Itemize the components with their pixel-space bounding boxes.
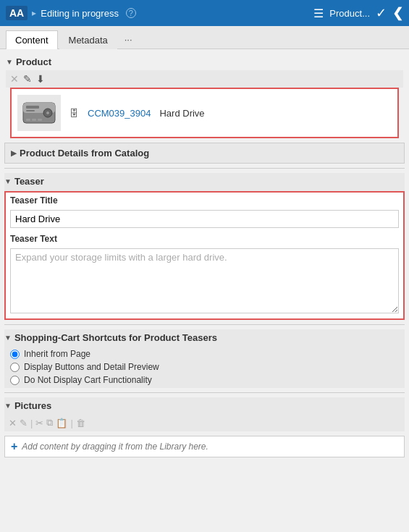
teaser-title-input[interactable] (10, 210, 399, 228)
product-details-title: Product Details from Catalog (20, 148, 149, 159)
product-details-header[interactable]: ▶ Product Details from Catalog (5, 143, 404, 163)
divider-1 (4, 168, 405, 169)
teaser-collapse-icon: ▼ (4, 177, 12, 185)
svg-rect-7 (32, 119, 36, 121)
pictures-section-title: Pictures (14, 400, 51, 411)
radio-inherit-label: Inherit from Page (24, 349, 90, 359)
tabs-bar: Content Metadata ··· (0, 26, 409, 49)
svg-rect-4 (26, 106, 39, 109)
header-right: ☰ Product... ✓ ❮ (313, 5, 403, 21)
radio-display[interactable]: Display Buttons and Detail Preview (10, 362, 399, 372)
svg-rect-8 (38, 119, 42, 121)
radio-group: Inherit from Page Display Buttons and De… (4, 346, 405, 388)
teaser-section: ▼ Teaser Teaser Title Teaser Text Expand… (4, 173, 405, 320)
pic-delete-icon: ✕ (9, 418, 17, 428)
help-icon[interactable]: ? (126, 8, 136, 18)
product-collapse-icon: ▼ (6, 58, 13, 66)
pictures-collapse-icon: ▼ (4, 402, 12, 410)
product-edit-icon[interactable]: ✎ (23, 73, 32, 85)
teaser-title-label: Teaser Title (6, 193, 403, 207)
tab-metadata[interactable]: Metadata (59, 30, 117, 49)
svg-point-3 (46, 111, 49, 114)
shopping-section: ▼ Shopping-Cart Shortcuts for Product Te… (4, 329, 405, 388)
header-left: AA ▸ Editing in progress ? (6, 6, 313, 20)
add-content-label: Add content by dragging it from the Libr… (22, 442, 208, 452)
teaser-title-field (6, 207, 403, 231)
shopping-section-title: Shopping-Cart Shortcuts for Product Teas… (14, 332, 217, 343)
divider-3 (4, 392, 405, 393)
svg-rect-6 (26, 119, 30, 121)
shopping-section-header[interactable]: ▼ Shopping-Cart Shortcuts for Product Te… (4, 329, 405, 346)
content-area: ▼ Product ✕ ✎ ⬇ (0, 49, 409, 532)
product-section: ▼ Product ✕ ✎ ⬇ (6, 54, 403, 138)
teaser-section-header[interactable]: ▼ Teaser (4, 173, 405, 190)
pictures-toolbar: ✕ ✎ | ✂ ⧉ 📋 | 🗑 (4, 414, 405, 431)
radio-display-input[interactable] (10, 363, 20, 372)
product-details-collapse-icon: ▶ (11, 149, 17, 157)
pic-cut-icon: ✂ (35, 418, 43, 428)
product-section-title: Product (16, 56, 51, 67)
pic-copy-icon: ⧉ (46, 417, 53, 428)
product-info: 🗄 CCM039_3904 Hard Drive (69, 108, 205, 119)
pic-sep-2: | (70, 418, 72, 428)
product-name: Hard Drive (159, 108, 204, 119)
radio-inherit-input[interactable] (10, 350, 20, 359)
back-icon[interactable]: ❮ (392, 5, 403, 21)
product-icon: ☰ (313, 7, 324, 20)
pictures-section-header[interactable]: ▼ Pictures (4, 397, 405, 414)
pictures-section: ▼ Pictures ✕ ✎ | ✂ ⧉ 📋 | 🗑 (4, 397, 405, 431)
radio-donot-input[interactable] (10, 376, 20, 385)
pic-delete2-icon: 🗑 (76, 418, 85, 428)
radio-inherit[interactable]: Inherit from Page (10, 349, 399, 359)
shopping-collapse-icon: ▼ (4, 334, 12, 342)
product-download-icon[interactable]: ⬇ (36, 73, 45, 85)
product-id: CCM039_3904 (88, 108, 151, 119)
aa-logo: AA (6, 6, 28, 20)
check-icon[interactable]: ✓ (376, 5, 387, 21)
divider-2 (4, 324, 405, 325)
teaser-text-field: Expand your storage limits with a larger… (6, 245, 403, 318)
product-details-section: ▶ Product Details from Catalog (4, 143, 405, 164)
add-plus-icon: + (11, 440, 17, 453)
hdd-svg (20, 97, 58, 129)
tab-content[interactable]: Content (6, 30, 58, 49)
pic-edit-icon: ✎ (20, 418, 28, 428)
teaser-text-label: Teaser Text (6, 231, 403, 245)
teaser-inner: Teaser Title Teaser Text Expand your sto… (4, 191, 405, 320)
header-title: Editing in progress (41, 8, 119, 19)
radio-donot-label: Do Not Display Cart Functionality (24, 375, 152, 385)
product-item: 🗄 CCM039_3904 Hard Drive (10, 88, 399, 138)
pic-sep-1: | (30, 418, 33, 428)
header: AA ▸ Editing in progress ? ☰ Product... … (0, 0, 409, 26)
product-section-header[interactable]: ▼ Product (6, 54, 403, 70)
pic-paste-icon: 📋 (56, 418, 67, 428)
header-chevron-icon: ▸ (32, 8, 36, 18)
tab-more[interactable]: ··· (119, 30, 138, 48)
radio-display-label: Display Buttons and Detail Preview (24, 362, 159, 372)
add-content-bar[interactable]: + Add content by dragging it from the Li… (4, 436, 405, 457)
product-delete-icon: ✕ (10, 73, 19, 85)
teaser-text-input[interactable]: Expand your storage limits with a larger… (10, 248, 399, 313)
product-label: Product... (329, 8, 370, 19)
product-toolbar: ✕ ✎ ⬇ (6, 70, 403, 88)
radio-donot[interactable]: Do Not Display Cart Functionality (10, 375, 399, 385)
product-thumbnail (17, 95, 61, 131)
svg-rect-5 (26, 110, 35, 111)
teaser-section-title: Teaser (14, 176, 44, 187)
product-db-icon: 🗄 (69, 108, 79, 119)
